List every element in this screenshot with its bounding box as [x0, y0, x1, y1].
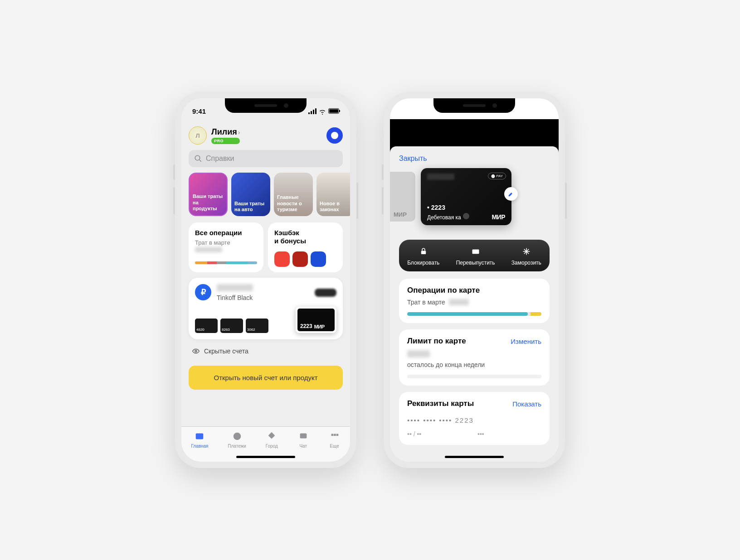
svg-rect-2 [196, 434, 204, 439]
account-card[interactable]: ₽ Tinkoff Black 4820 8263 3062 [189, 278, 343, 339]
widget-operations[interactable]: Все операции Трат в марте [189, 222, 263, 272]
phone-frame-right: 9:41 Закрыть МИР ⬤ PAY [384, 92, 565, 468]
svg-rect-8 [421, 251, 426, 255]
home-icon [194, 430, 205, 442]
battery-icon [328, 108, 339, 114]
section-details: Реквизиты карты Показать •••• •••• •••• … [399, 392, 550, 445]
blurred-limit [407, 350, 430, 357]
tab-city[interactable]: Город [266, 430, 278, 449]
card-actions: Блокировать Перевыпустить Заморозить [399, 240, 550, 271]
assistant-button[interactable] [326, 127, 343, 144]
user-profile[interactable]: Л Лилия› PRO [189, 126, 240, 145]
signal-icon [517, 108, 525, 114]
svg-rect-4 [300, 434, 307, 439]
eye-icon [192, 348, 200, 355]
svg-rect-7 [336, 434, 338, 436]
close-button[interactable]: Закрыть [390, 153, 559, 168]
blurred-pill [315, 289, 336, 297]
blurred-brand [427, 174, 454, 180]
blurred-amount [195, 247, 222, 252]
tab-payments[interactable]: Платежи [228, 430, 246, 449]
cashback-partner-icon [274, 251, 290, 267]
stories-row[interactable]: Ваши траты на продукты Ваши траты на авт… [181, 173, 350, 216]
home-indicator [236, 456, 295, 458]
edit-name-icon[interactable] [463, 213, 469, 219]
tab-more[interactable]: Еще [329, 430, 341, 449]
status-time: 9:41 [192, 107, 206, 115]
cashback-partner-icon [292, 251, 308, 267]
svg-point-3 [233, 433, 241, 440]
mini-card[interactable]: 3062 [246, 319, 268, 333]
wifi-icon [527, 108, 535, 114]
action-freeze[interactable]: Заморозить [511, 246, 541, 266]
mini-card[interactable]: 4820 [195, 319, 218, 333]
tab-main[interactable]: Главная [191, 430, 208, 449]
search-placeholder: Справки [206, 154, 234, 163]
open-account-button[interactable]: Открыть новый счет или продукт [189, 366, 343, 390]
card-icon [470, 246, 481, 257]
cashback-partner-icon [311, 251, 326, 267]
action-reissue[interactable]: Перевыпустить [456, 246, 495, 266]
prev-card-peek[interactable]: МИР [390, 172, 415, 222]
masked-expiry: •• / •• [407, 430, 471, 438]
lock-icon [418, 246, 429, 257]
section-operations[interactable]: Операции по карте Трат в марте [399, 279, 550, 323]
widget-cashback[interactable]: Кэшбэк и бонусы [268, 222, 343, 272]
device-notch [225, 98, 307, 113]
mir-logo: МИР [492, 213, 505, 221]
signal-icon [308, 108, 316, 114]
blurred-balance [217, 284, 253, 291]
featured-card[interactable]: 2223МИР [296, 307, 336, 333]
hidden-accounts[interactable]: Скрытые счета [181, 339, 350, 363]
mini-card[interactable]: 8263 [220, 319, 243, 333]
search-icon [194, 154, 202, 163]
pay-badge: ⬤ PAY [488, 173, 506, 179]
svg-rect-5 [331, 434, 333, 436]
story-item[interactable]: Ваши траты на авто [231, 173, 270, 216]
story-item[interactable]: Новое в законах [316, 173, 350, 216]
phone-frame-left: 9:41 Л Лилия› PRO [175, 92, 356, 468]
payments-icon [231, 430, 243, 442]
snowflake-icon [521, 246, 532, 257]
edit-card-button[interactable] [504, 187, 518, 201]
search-input[interactable]: Справки [189, 150, 343, 167]
action-block[interactable]: Блокировать [407, 246, 439, 266]
avatar: Л [189, 126, 207, 145]
spending-bar [195, 261, 257, 264]
device-notch [433, 98, 515, 113]
chat-icon [297, 430, 309, 442]
svg-rect-6 [334, 434, 336, 436]
more-icon [329, 430, 341, 442]
card-display[interactable]: ⬤ PAY • 2223 Дебетовая ка МИР [421, 168, 511, 225]
pro-badge: PRO [211, 138, 240, 144]
show-details-link[interactable]: Показать [512, 400, 541, 408]
blurred-amount [449, 299, 469, 305]
limit-progress [407, 375, 541, 378]
ruble-icon: ₽ [195, 284, 211, 300]
masked-card-number: •••• •••• •••• 2223 [407, 416, 541, 424]
svg-point-1 [195, 350, 197, 352]
username: Лилия [211, 127, 237, 136]
svg-rect-9 [472, 250, 479, 254]
spending-progress [407, 312, 541, 316]
svg-point-0 [195, 155, 200, 160]
account-name: Tinkoff Black [217, 294, 253, 301]
story-item[interactable]: Ваши траты на продукты [189, 173, 228, 216]
section-limit[interactable]: Лимит по карте Изменить осталось до конц… [399, 329, 550, 386]
battery-icon [537, 108, 548, 114]
change-limit-link[interactable]: Изменить [511, 338, 541, 345]
home-indicator [445, 456, 504, 458]
city-icon [266, 430, 278, 442]
card-last4: • 2223 [427, 204, 505, 211]
story-item[interactable]: Главные новости о туризме [274, 173, 313, 216]
chevron-right-icon: › [238, 129, 240, 136]
masked-cvv: ••• [477, 430, 541, 438]
status-time: 9:41 [401, 107, 414, 115]
wifi-icon [319, 108, 326, 114]
tab-chat[interactable]: Чат [297, 430, 309, 449]
